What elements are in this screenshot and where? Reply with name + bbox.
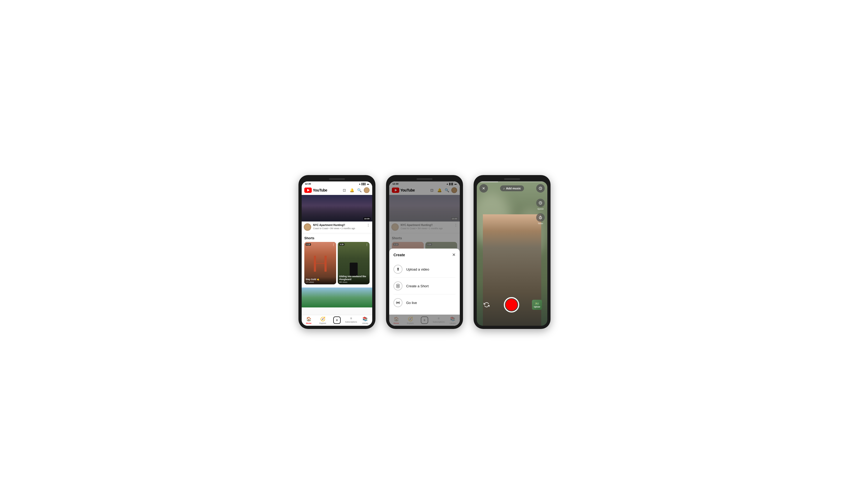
nav-explore-label: Explore — [320, 322, 326, 324]
short-duration-2: 0:28 — [339, 243, 344, 246]
speed-control[interactable]: Speed — [536, 199, 545, 210]
shorts-section-1: Shorts 0:15 ⋮ — [302, 234, 372, 286]
home-icon: 🏠 — [306, 317, 311, 322]
short-title-1: Stay Gold 🤙 — [306, 278, 335, 281]
svg-rect-0 — [397, 284, 399, 288]
flip-icon — [484, 302, 489, 308]
phone-notch-2 — [389, 178, 460, 180]
short-menu-2[interactable]: ⋮ — [365, 243, 368, 247]
bell-icon[interactable]: 🔔 — [349, 187, 355, 193]
music-note-icon: ♪ — [503, 187, 505, 190]
phone-screen-1: 12:30 ▲ ▌▌▌ ▬ YouTube ⊡ 🔔 🔍 — [302, 181, 372, 326]
cast-icon[interactable]: ⊡ — [341, 187, 347, 193]
shorts-title-1: Shorts — [302, 236, 372, 240]
upload-label: Upload a video — [406, 267, 429, 271]
short-views-2: 3M views — [339, 281, 368, 283]
speaker-2 — [417, 178, 432, 180]
create-item-live[interactable]: Go live — [394, 294, 455, 311]
speed-icon — [539, 186, 542, 190]
nav-library-label: Library — [362, 322, 368, 324]
camera-speed-button[interactable] — [536, 184, 545, 193]
video-sub-1: Coast to Coast • 3M views • 2 months ago — [313, 227, 364, 230]
yt-header-1: YouTube ⊡ 🔔 🔍 — [302, 186, 372, 195]
wifi-icon: ▲ — [359, 183, 361, 185]
record-button-inner — [506, 299, 517, 311]
add-music-button[interactable]: ♪ Add music — [500, 185, 524, 191]
nav-home[interactable]: 🏠 Home — [302, 317, 316, 324]
short-views-1: 2.5 views — [306, 281, 335, 283]
svg-point-7 — [536, 303, 537, 304]
speaker-3 — [504, 178, 520, 180]
upload-icon: ⬆ — [394, 265, 402, 274]
nav-library[interactable]: 📚 Library — [358, 317, 372, 324]
create-close-button[interactable]: ✕ — [452, 252, 455, 257]
nature-inner — [302, 288, 372, 307]
feed-content-1: 10:00 NYC Apartment Hunting!! Coast to C… — [302, 195, 372, 315]
create-title: Create — [394, 253, 405, 257]
yt-logo-1: YouTube — [304, 187, 327, 193]
svg-point-1 — [397, 285, 398, 287]
nav-subscriptions[interactable]: ≡ Subscriptions — [344, 317, 358, 324]
video-meta-1: NYC Apartment Hunting!! Coast to Coast •… — [313, 223, 364, 230]
create-item-upload[interactable]: ⬆ Upload a video — [394, 261, 455, 278]
phone-notch-3 — [477, 178, 547, 180]
building-detail — [302, 195, 372, 221]
camera-close-button[interactable]: ✕ — [480, 184, 488, 193]
camera-screen: ✕ ♪ Add music — [477, 181, 547, 326]
short-card-2[interactable]: 0:28 ⋮ Gliding into weekend like #longbo… — [338, 242, 369, 284]
create-item-short[interactable]: Create a Short — [394, 278, 455, 294]
phone-notch-1 — [302, 178, 372, 180]
speed-right-icon — [536, 199, 545, 207]
status-bar-1: 12:30 ▲ ▌▌▌ ▬ — [302, 181, 372, 186]
thumbnail-icon — [535, 302, 539, 305]
short-label: Create a Short — [406, 284, 429, 288]
video-thumb-1 — [304, 223, 311, 231]
library-icon: 📚 — [362, 317, 368, 322]
avatar-1[interactable] — [364, 187, 369, 193]
explore-icon: 🧭 — [320, 317, 326, 322]
video-duration-1: 10:00 — [363, 217, 371, 220]
timer-right-icon — [536, 213, 545, 222]
live-icon — [394, 298, 402, 307]
short-duration-1: 0:15 — [306, 243, 311, 246]
live-label: Go live — [406, 301, 417, 305]
short-create-icon — [394, 282, 402, 290]
nav-home-label: Home — [306, 322, 311, 324]
upload-thumbnail-button[interactable]: Upload — [532, 300, 542, 310]
short-title-2: Gliding into weekend like #longboard — [339, 275, 368, 281]
battery-icon: ▬ — [367, 183, 369, 185]
short-card-1[interactable]: 0:15 ⋮ Stay Gold 🤙 2.5 views — [304, 242, 336, 284]
status-icons-1: ▲ ▌▌▌ ▬ — [359, 183, 369, 185]
speaker-1 — [329, 178, 345, 180]
camera-top-bar: ✕ ♪ Add music — [477, 181, 547, 194]
camera-bottom-controls: Upload — [477, 297, 547, 312]
yt-logo-icon-1 — [304, 187, 312, 193]
video-title-1: NYC Apartment Hunting!! — [313, 223, 364, 227]
nav-subscriptions-label: Subscriptions — [345, 321, 357, 323]
nav-explore[interactable]: 🧭 Explore — [316, 317, 330, 324]
phone-3: ✕ ♪ Add music — [474, 175, 550, 329]
phone-1: 12:30 ▲ ▌▌▌ ▬ YouTube ⊡ 🔔 🔍 — [299, 175, 375, 329]
create-header: Create ✕ — [394, 252, 455, 257]
short-caption-2: Gliding into weekend like #longboard 3M … — [338, 274, 369, 284]
upload-thumb-label: Upload — [534, 306, 540, 308]
search-icon-1[interactable]: 🔍 — [356, 187, 362, 193]
nature-banner-1[interactable] — [302, 288, 372, 307]
video-more-1[interactable]: ⋮ — [366, 223, 370, 227]
camera-right-controls: Speed Timer — [536, 199, 545, 225]
short-menu-1[interactable]: ⋮ — [332, 243, 335, 247]
nav-create[interactable]: + — [330, 317, 344, 324]
video-banner-1[interactable]: 10:00 — [302, 195, 372, 221]
video-info-1[interactable]: NYC Apartment Hunting!! Coast to Coast •… — [302, 221, 372, 233]
yt-logo-text-1: YouTube — [313, 188, 327, 192]
camera-flip-button[interactable] — [482, 300, 491, 309]
shorts-row-1: 0:15 ⋮ Stay Gold 🤙 2.5 views 0:28 ⋮ — [302, 242, 372, 284]
create-sheet: Create ✕ ⬆ Upload a video Create a Short — [389, 249, 460, 314]
status-time-1: 12:30 — [305, 182, 311, 185]
add-music-label: Add music — [506, 187, 521, 190]
create-plus-icon[interactable]: + — [333, 317, 341, 324]
short-caption-1: Stay Gold 🤙 2.5 views — [304, 277, 336, 284]
speed-label: Speed — [537, 208, 543, 210]
record-button[interactable] — [504, 297, 519, 312]
timer-control[interactable]: Timer — [536, 213, 545, 225]
